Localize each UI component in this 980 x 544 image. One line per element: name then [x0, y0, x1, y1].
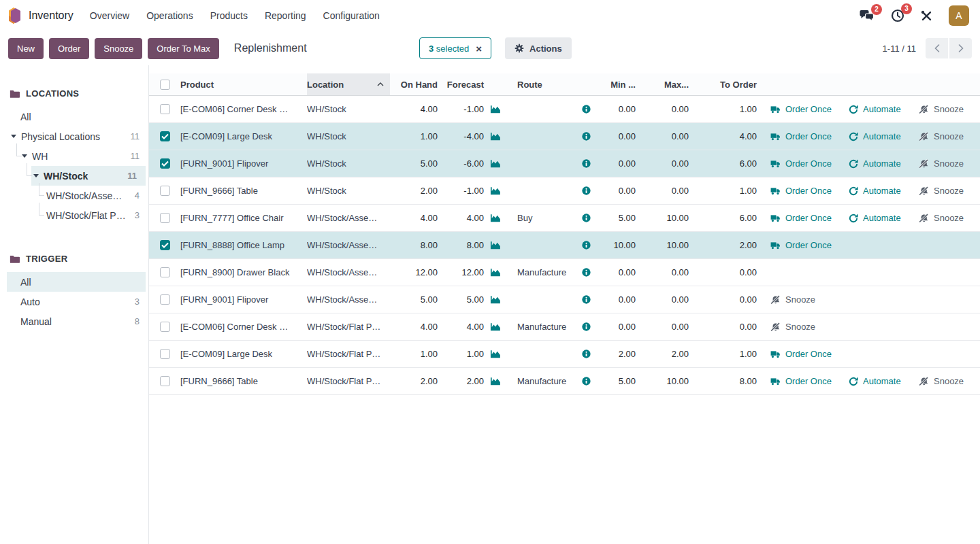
column-header-on-hand[interactable]: On Hand [390, 73, 438, 95]
info-icon[interactable] [582, 322, 591, 331]
row-checkbox[interactable] [160, 240, 170, 250]
sidebar-item-wh[interactable]: WH11 [0, 146, 148, 166]
sidebar-item-trigger-auto[interactable]: Auto3 [0, 292, 148, 311]
forecast-chart-icon[interactable] [490, 132, 501, 141]
automate-button[interactable]: Automate [849, 186, 905, 196]
column-header-max[interactable]: Max... [639, 73, 692, 95]
info-icon[interactable] [582, 214, 591, 222]
caret-down-icon[interactable] [33, 174, 39, 177]
table-row[interactable]: [FURN_9001] Flipover WH/Stock 5.00 -6.00… [149, 150, 980, 177]
row-checkbox[interactable] [160, 267, 170, 277]
product-cell[interactable]: [E-COM09] Large Desk [180, 131, 307, 141]
row-checkbox[interactable] [160, 294, 170, 305]
forecast-chart-icon[interactable] [490, 377, 501, 386]
row-checkbox[interactable] [160, 158, 170, 169]
forecast-chart-icon[interactable] [490, 322, 501, 331]
snooze-button[interactable]: Snooze [770, 322, 815, 332]
snooze-button[interactable]: Snooze [919, 131, 964, 141]
automate-button[interactable]: Automate [849, 131, 905, 141]
snooze-button[interactable]: Snooze [919, 376, 964, 386]
sidebar-item-wh-stock-assembly[interactable]: WH/Stock/Asse…4 [0, 186, 148, 205]
product-cell[interactable]: [FURN_7777] Office Chair [180, 213, 307, 223]
product-cell[interactable]: [FURN_9001] Flipover [180, 294, 307, 305]
product-cell[interactable]: [FURN_9666] Table [180, 376, 307, 386]
order-once-button[interactable]: Order Once [770, 131, 835, 141]
table-row[interactable]: [FURN_9666] Table WH/Stock/Flat P… 2.00 … [149, 368, 980, 395]
product-cell[interactable]: [E-COM06] Corner Desk … [180, 322, 307, 332]
table-row[interactable]: [FURN_8900] Drawer Black WH/Stock/Asse… … [149, 259, 980, 286]
menu-overview[interactable]: Overview [90, 10, 129, 21]
sidebar-item-wh-stock-flat-pack[interactable]: WH/Stock/Flat P…3 [0, 205, 148, 225]
product-cell[interactable]: [FURN_9001] Flipover [180, 158, 307, 169]
forecast-chart-icon[interactable] [490, 105, 501, 114]
tools-icon[interactable] [921, 10, 932, 22]
table-row[interactable]: [E-COM09] Large Desk WH/Stock/Flat P… 1.… [149, 341, 980, 368]
menu-configuration[interactable]: Configuration [323, 10, 380, 21]
menu-reporting[interactable]: Reporting [265, 10, 306, 21]
info-icon[interactable] [582, 350, 591, 358]
info-icon[interactable] [582, 159, 591, 168]
sidebar-item-physical-locations[interactable]: Physical Locations11 [0, 126, 148, 146]
product-cell[interactable]: [E-COM06] Corner Desk … [180, 104, 307, 114]
info-icon[interactable] [582, 132, 591, 141]
order-to-max-button[interactable]: Order To Max [148, 38, 219, 59]
forecast-chart-icon[interactable] [490, 214, 501, 222]
info-icon[interactable] [582, 268, 591, 277]
snooze-button[interactable]: Snooze [919, 158, 964, 169]
user-avatar[interactable]: A [949, 5, 969, 26]
menu-operations[interactable]: Operations [146, 10, 193, 21]
app-switcher[interactable]: Inventory [8, 7, 74, 24]
clear-selection-icon[interactable]: × [476, 44, 482, 54]
select-all-checkbox[interactable] [160, 80, 170, 90]
new-button[interactable]: New [8, 38, 44, 59]
column-header-product[interactable]: Product [180, 73, 307, 95]
order-once-button[interactable]: Order Once [770, 349, 835, 359]
sidebar-item-wh-stock[interactable]: WH/Stock11 [31, 166, 146, 186]
order-once-button[interactable]: Order Once [770, 104, 835, 114]
info-icon[interactable] [582, 105, 591, 114]
info-icon[interactable] [582, 241, 591, 250]
row-checkbox[interactable] [160, 131, 170, 141]
snooze-button[interactable]: Snooze [770, 294, 815, 305]
product-cell[interactable]: [E-COM09] Large Desk [180, 349, 307, 359]
row-checkbox[interactable] [160, 322, 170, 332]
info-icon[interactable] [582, 186, 591, 195]
column-header-to-order[interactable]: To Order [692, 73, 760, 95]
sidebar-item-trigger-all[interactable]: All [7, 272, 146, 292]
row-checkbox[interactable] [160, 349, 170, 359]
table-row[interactable]: [E-COM06] Corner Desk … WH/Stock 4.00 -1… [149, 96, 980, 123]
snooze-button[interactable]: Snooze [919, 186, 964, 196]
actions-button[interactable]: Actions [505, 37, 572, 59]
info-icon[interactable] [582, 295, 591, 304]
table-row[interactable]: [E-COM06] Corner Desk … WH/Stock/Flat P…… [149, 313, 980, 341]
automate-button[interactable]: Automate [849, 213, 905, 223]
order-once-button[interactable]: Order Once [770, 213, 835, 223]
order-once-button[interactable]: Order Once [770, 186, 835, 196]
forecast-chart-icon[interactable] [490, 241, 501, 250]
menu-products[interactable]: Products [210, 10, 248, 21]
caret-down-icon[interactable] [22, 154, 27, 158]
order-once-button[interactable]: Order Once [770, 240, 835, 250]
column-header-location[interactable]: Location [307, 73, 390, 95]
sidebar-item-locations-all[interactable]: All [0, 107, 148, 126]
forecast-chart-icon[interactable] [490, 186, 501, 195]
column-header-min[interactable]: Min ... [595, 73, 639, 95]
order-once-button[interactable]: Order Once [770, 158, 835, 169]
automate-button[interactable]: Automate [849, 376, 905, 386]
table-row[interactable]: [FURN_9666] Table WH/Stock 2.00 -1.00 0.… [149, 177, 980, 205]
forecast-chart-icon[interactable] [490, 268, 501, 277]
column-header-forecast[interactable]: Forecast [438, 73, 484, 95]
messages-icon[interactable]: 2 [860, 10, 875, 22]
automate-button[interactable]: Automate [849, 104, 905, 114]
pager-next-button[interactable] [949, 38, 972, 58]
snooze-button-top[interactable]: Snooze [95, 38, 142, 59]
table-row[interactable]: [FURN_7777] Office Chair WH/Stock/Asse… … [149, 205, 980, 232]
sidebar-item-trigger-manual[interactable]: Manual8 [0, 311, 148, 331]
product-cell[interactable]: [FURN_8900] Drawer Black [180, 267, 307, 277]
order-button[interactable]: Order [49, 38, 89, 59]
row-checkbox[interactable] [160, 213, 170, 223]
forecast-chart-icon[interactable] [490, 350, 501, 358]
activities-icon[interactable]: 3 [891, 9, 904, 22]
table-row[interactable]: [FURN_9001] Flipover WH/Stock/Asse… 5.00… [149, 286, 980, 313]
product-cell[interactable]: [FURN_9666] Table [180, 186, 307, 196]
